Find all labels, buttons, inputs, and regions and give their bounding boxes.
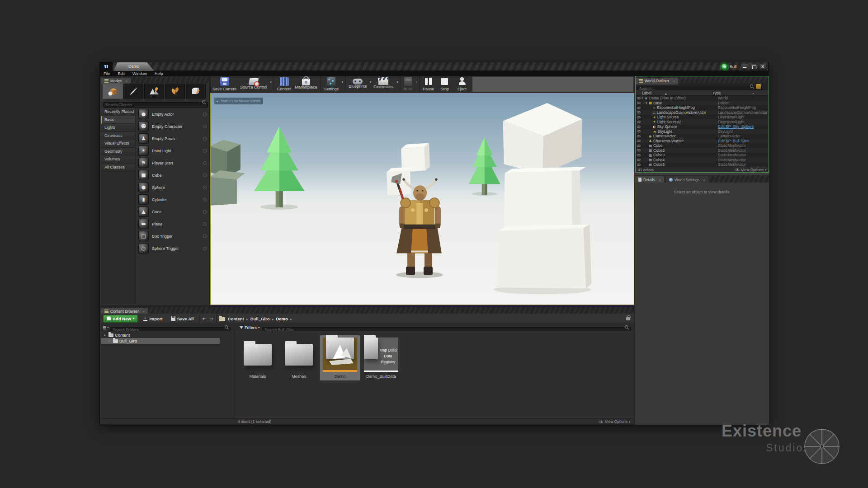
- source-tree-item[interactable]: ▾ Content: [101, 332, 220, 338]
- level-title-tab[interactable]: Demo: [113, 62, 154, 71]
- visibility-eye-icon[interactable]: [637, 116, 641, 118]
- outliner-row[interactable]: ▦ Cube4 StaticMeshActor: [636, 158, 769, 163]
- visibility-eye-icon[interactable]: [637, 145, 641, 147]
- expander-icon[interactable]: ▾: [642, 96, 645, 100]
- forward-arrow-icon[interactable]: →: [209, 315, 213, 323]
- placeable-actor-item[interactable]: □ Box Trigger: [136, 230, 209, 242]
- placeable-actor-item[interactable]: ● Sphere: [136, 181, 209, 193]
- placement-mode-button[interactable]: [103, 84, 123, 99]
- outliner-row[interactable]: ☀ Light Source DirectionalLight: [636, 115, 769, 120]
- visibility-eye-icon[interactable]: [637, 102, 641, 104]
- breadcrumb-item[interactable]: Content: [228, 316, 250, 321]
- toolbar-button[interactable]: Build: [400, 76, 418, 92]
- toolbar-button[interactable]: Cinematics: [372, 76, 399, 92]
- visibility-eye-icon[interactable]: [637, 159, 641, 161]
- asset-tile[interactable]: Demo: [320, 335, 360, 380]
- outliner-row[interactable]: ▦ Cube5 StaticMeshActor: [636, 162, 769, 167]
- foliage-mode-button[interactable]: [165, 84, 185, 99]
- restore-button[interactable]: [750, 64, 757, 70]
- outliner-row[interactable]: ≈ ExponentialHeightFog ExponentialHeight…: [636, 105, 769, 110]
- import-button[interactable]: Import: [141, 315, 165, 323]
- placeable-actor-item[interactable]: ♟ Empty Pawn: [136, 132, 209, 145]
- toolbar-button[interactable]: Marketplace: [293, 76, 319, 92]
- outliner-row[interactable]: ◐ Sky Sphere Edit BP_Sky_Sphere: [636, 124, 769, 129]
- asset-tile[interactable]: Meshes: [279, 335, 319, 380]
- visibility-eye-icon[interactable]: [637, 149, 641, 151]
- placeable-actor-item[interactable]: ▲ Cone: [136, 206, 209, 218]
- outliner-row[interactable]: ☀ Light Source2 DirectionalLight: [636, 120, 769, 125]
- class-category-item[interactable]: Lights: [101, 124, 135, 132]
- save-all-button[interactable]: Save All: [168, 315, 197, 323]
- close-tab-icon[interactable]: [657, 178, 661, 182]
- visibility-eye-icon[interactable]: [637, 130, 641, 132]
- placeable-actor-item[interactable]: ■ Cube: [136, 169, 209, 181]
- outliner-row[interactable]: ▦ Cube StaticMeshActor: [636, 143, 769, 148]
- asset-tile[interactable]: Materials: [238, 335, 278, 380]
- visibility-eye-icon[interactable]: [637, 126, 641, 128]
- toolbar-button[interactable]: Content: [274, 76, 293, 92]
- placeable-actor-item[interactable]: ▮ Cylinder: [136, 193, 209, 206]
- placeable-actor-item[interactable]: ⚑ Player Start: [136, 157, 209, 169]
- add-new-button[interactable]: Add New: [103, 315, 138, 323]
- outliner-row[interactable]: ◉ CameraActor CameraActor: [636, 134, 769, 139]
- menu-item[interactable]: Window: [132, 71, 147, 76]
- filters-button[interactable]: Filters: [240, 325, 259, 330]
- menu-item[interactable]: Help: [155, 71, 163, 76]
- visibility-eye-icon[interactable]: [637, 154, 641, 156]
- breadcrumb-item[interactable]: Demo: [276, 316, 294, 321]
- close-button[interactable]: [759, 64, 766, 70]
- minimize-button[interactable]: [741, 64, 748, 70]
- visibility-eye-icon[interactable]: [637, 135, 641, 137]
- class-category-item[interactable]: Cinematic: [101, 132, 135, 140]
- toolbar-button[interactable]: Save Current: [211, 76, 238, 92]
- placeable-actor-item[interactable]: ☀ Point Light: [136, 145, 209, 157]
- placeable-actor-item[interactable]: ○ Sphere Trigger: [136, 242, 209, 254]
- visibility-eye-icon[interactable]: [637, 111, 641, 113]
- asset-tile[interactable]: Map Build Data Registry Demo_BuiltData: [361, 335, 401, 380]
- outliner-row[interactable]: ♟ Character-Warrior Edit BP_Bull_Giro: [636, 139, 769, 144]
- close-tab-icon[interactable]: [141, 309, 145, 314]
- toolbar-button[interactable]: Settings: [321, 76, 344, 92]
- visibility-eye-icon[interactable]: [637, 121, 641, 123]
- view-options-button[interactable]: View Options: [735, 168, 766, 172]
- menu-item[interactable]: Edit: [118, 71, 125, 76]
- sources-toggle-icon[interactable]: [103, 325, 108, 329]
- visibility-eye-icon[interactable]: [637, 140, 641, 142]
- visibility-eye-icon[interactable]: [637, 107, 641, 109]
- back-arrow-icon[interactable]: ←: [202, 315, 206, 323]
- class-category-item[interactable]: Geometry: [101, 148, 135, 156]
- search-classes-input[interactable]: [103, 102, 208, 108]
- outliner-row[interactable]: △ LandscapeGizmoActiveActor LandscapeGiz…: [636, 110, 769, 115]
- geometry-mode-button[interactable]: [186, 84, 206, 99]
- toolbar-button[interactable]: Pause: [419, 76, 436, 92]
- visibility-eye-icon[interactable]: [637, 164, 641, 166]
- placeable-actor-item[interactable]: ▬ Plane: [136, 218, 209, 230]
- outliner-row[interactable]: ☁ SkyLight SkyLight: [636, 129, 769, 134]
- expander-icon[interactable]: ▾: [646, 101, 649, 105]
- paint-mode-button[interactable]: [123, 84, 143, 99]
- visibility-eye-icon[interactable]: [637, 97, 641, 99]
- toolbar-button[interactable]: Stop: [436, 76, 453, 92]
- placeable-actor-item[interactable]: ● Empty Actor: [136, 108, 209, 120]
- class-category-item[interactable]: Basic: [101, 116, 135, 124]
- outliner-row[interactable]: ▾ ■ Base Folder: [636, 101, 769, 106]
- expander-icon[interactable]: ▹: [108, 339, 112, 343]
- class-category-item[interactable]: All Classes: [101, 164, 135, 172]
- outliner-row[interactable]: ▦ Cube3 StaticMeshActor: [636, 153, 769, 158]
- landscape-mode-button[interactable]: [144, 84, 164, 99]
- outliner-settings-icon[interactable]: [756, 84, 761, 89]
- expander-icon[interactable]: ▾: [104, 333, 107, 337]
- breadcrumb-item[interactable]: Bull_Giro: [250, 316, 276, 321]
- toolbar-button[interactable]: Blueprints: [345, 76, 372, 92]
- class-category-item[interactable]: Visual Effects: [101, 140, 135, 148]
- lock-icon[interactable]: [626, 317, 630, 320]
- class-category-item[interactable]: Recently Placed: [101, 108, 135, 116]
- menu-item[interactable]: File: [104, 71, 110, 76]
- close-tab-icon[interactable]: [671, 79, 675, 83]
- level-viewport[interactable]: Shift+F1 for Mouse Cursor: [210, 93, 634, 305]
- source-tree-item[interactable]: ▹ Bull_Giro: [101, 338, 220, 344]
- placeable-actor-item[interactable]: ☻ Empty Character: [136, 120, 209, 132]
- user-avatar-badge[interactable]: [721, 63, 728, 70]
- close-tab-icon[interactable]: [701, 178, 705, 182]
- class-category-item[interactable]: Volumes: [101, 155, 135, 164]
